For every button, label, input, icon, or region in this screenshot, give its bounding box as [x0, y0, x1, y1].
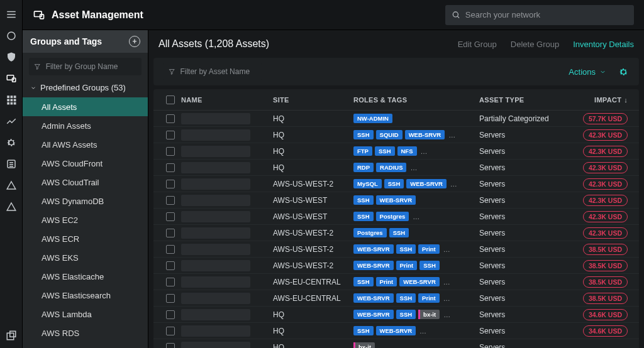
- tag[interactable]: SSH: [389, 228, 409, 237]
- tag[interactable]: SSH: [375, 146, 395, 156]
- tag[interactable]: Postgres: [376, 212, 409, 221]
- sidebar-item[interactable]: AWS EKS: [23, 248, 148, 267]
- tag[interactable]: RDP: [353, 163, 374, 172]
- table-row[interactable]: HQSSHWEB-SRVR…Servers34.6K USD: [153, 323, 639, 339]
- col-header-site[interactable]: SITE: [273, 96, 353, 104]
- tag[interactable]: Print: [376, 277, 397, 286]
- sidebar-item[interactable]: All Assets: [23, 97, 148, 116]
- sidebar-item[interactable]: AWS Elasticsearch: [23, 286, 148, 305]
- inventory-details-link[interactable]: Inventory Details: [573, 40, 634, 49]
- table-row[interactable]: HQbx-it…Servers: [153, 339, 639, 348]
- tag[interactable]: WEB-SRVR: [353, 310, 394, 319]
- table-row[interactable]: AWS-US-WEST-2WEB-SRVRPrintSSHServers38.5…: [153, 258, 639, 274]
- more-tags-icon[interactable]: …: [409, 164, 418, 171]
- col-header-name[interactable]: NAME: [181, 96, 273, 104]
- table-row[interactable]: AWS-US-WEST-2WEB-SRVRSSHPrint…Servers38.…: [153, 241, 639, 258]
- more-tags-icon[interactable]: …: [442, 278, 452, 286]
- tag[interactable]: NFS: [397, 146, 417, 156]
- menu-icon[interactable]: [5, 8, 18, 21]
- tag[interactable]: SSH: [353, 195, 374, 205]
- sidebar-item[interactable]: AWS CloudFront: [23, 154, 148, 173]
- tag[interactable]: FTP: [353, 146, 372, 156]
- more-tags-icon[interactable]: …: [442, 295, 452, 302]
- edit-group-link[interactable]: Edit Group: [458, 40, 497, 49]
- table-row[interactable]: HQRDPRADIUS…Servers42.3K USD: [153, 160, 639, 176]
- asset-filter-input[interactable]: [180, 67, 257, 76]
- table-row[interactable]: AWS-US-WESTSSHPostgres…Servers42.3K USD: [153, 209, 639, 225]
- row-checkbox[interactable]: [166, 245, 175, 254]
- group-filter[interactable]: [29, 58, 142, 75]
- asset-filter[interactable]: [164, 63, 262, 80]
- gear-icon[interactable]: [5, 136, 18, 149]
- global-search[interactable]: [445, 5, 634, 25]
- more-tags-icon[interactable]: …: [411, 213, 421, 220]
- table-row[interactable]: AWS-US-WEST-2MySQLSSHWEB-SRVR…Servers42.…: [153, 176, 639, 192]
- delete-group-link[interactable]: Delete Group: [511, 40, 559, 49]
- row-checkbox[interactable]: [166, 180, 175, 188]
- tag[interactable]: RADIUS: [376, 163, 406, 172]
- sidebar-item[interactable]: AWS EC2: [23, 210, 148, 229]
- grid-icon[interactable]: [5, 94, 18, 106]
- table-row[interactable]: HQWEB-SRVRSSHbx-it…Servers34.6K USD: [153, 307, 639, 323]
- table-row[interactable]: AWS-US-WEST-2PostgresSSHServers42.3K USD: [153, 225, 639, 241]
- tag[interactable]: SSH: [396, 244, 416, 254]
- more-tags-icon[interactable]: …: [442, 311, 452, 318]
- more-tags-icon[interactable]: …: [419, 148, 429, 155]
- col-header-impact[interactable]: IMPACT ↓: [561, 96, 633, 104]
- sidebar-item[interactable]: AWS ECR: [23, 229, 148, 248]
- tag[interactable]: SSH: [396, 293, 416, 303]
- row-checkbox[interactable]: [166, 343, 175, 349]
- row-checkbox[interactable]: [166, 147, 175, 156]
- select-all-checkbox[interactable]: [166, 95, 175, 104]
- tag[interactable]: WEB-SRVR: [353, 244, 394, 254]
- tag[interactable]: SSH: [396, 310, 416, 319]
- tag[interactable]: SSH: [419, 261, 440, 270]
- row-checkbox[interactable]: [166, 327, 175, 335]
- tag[interactable]: Print: [396, 261, 418, 270]
- row-checkbox[interactable]: [166, 114, 175, 123]
- list-icon[interactable]: [5, 158, 18, 170]
- table-row[interactable]: AWS-EU-CENTRALSSHPrintWEB-SRVR…Servers38…: [153, 274, 639, 290]
- sidebar-item[interactable]: AWS CloudTrail: [23, 173, 148, 192]
- row-checkbox[interactable]: [166, 131, 175, 139]
- tag[interactable]: SSH: [353, 326, 374, 335]
- sidebar-item[interactable]: All AWS Assets: [23, 135, 148, 154]
- tag[interactable]: NW-ADMIN: [353, 114, 392, 123]
- tag[interactable]: WEB-SRVR: [405, 130, 445, 139]
- sidebar-item[interactable]: AWS Lambda: [23, 305, 148, 324]
- more-tags-icon[interactable]: …: [377, 344, 387, 349]
- analytics-icon[interactable]: [5, 115, 18, 128]
- tag[interactable]: Print: [418, 293, 440, 303]
- table-row[interactable]: HQFTPSSHNFS…Servers42.3K USD: [153, 143, 639, 160]
- more-tags-icon[interactable]: …: [418, 327, 428, 335]
- row-checkbox[interactable]: [166, 212, 175, 221]
- triangle-icon-2[interactable]: [5, 200, 18, 213]
- row-checkbox[interactable]: [166, 278, 175, 286]
- row-checkbox[interactable]: [166, 261, 175, 270]
- global-search-input[interactable]: [465, 10, 628, 19]
- tag[interactable]: bx-it: [418, 310, 440, 319]
- tag[interactable]: SQUID: [376, 130, 402, 139]
- more-tags-icon[interactable]: …: [447, 131, 457, 139]
- shield-icon[interactable]: [5, 51, 18, 63]
- table-row[interactable]: AWS-EU-CENTRALWEB-SRVRSSHPrint…Servers38…: [153, 290, 639, 307]
- tag[interactable]: SSH: [353, 212, 374, 221]
- sidebar-item[interactable]: AWS RDS: [23, 324, 148, 342]
- add-group-button[interactable]: +: [129, 36, 140, 47]
- tag[interactable]: WEB-SRVR: [353, 293, 394, 303]
- tag[interactable]: MySQL: [353, 179, 382, 188]
- tag[interactable]: SSH: [353, 130, 374, 139]
- row-checkbox[interactable]: [166, 163, 175, 172]
- tag[interactable]: Postgres: [353, 228, 387, 237]
- col-header-type[interactable]: ASSET TYPE: [479, 96, 561, 104]
- more-tags-icon[interactable]: …: [442, 246, 452, 253]
- table-row[interactable]: HQSSHSQUIDWEB-SRVR…Servers42.3K USD: [153, 127, 639, 143]
- group-filter-input[interactable]: [46, 62, 136, 71]
- row-checkbox[interactable]: [166, 294, 175, 303]
- sidebar-item[interactable]: AWS Elasticache: [23, 267, 148, 286]
- tag[interactable]: SSH: [384, 179, 404, 188]
- tag[interactable]: WEB-SRVR: [376, 326, 416, 335]
- row-checkbox[interactable]: [166, 196, 175, 205]
- sidebar-item[interactable]: AWS DynamoDB: [23, 192, 148, 210]
- tag[interactable]: WEB-SRVR: [376, 195, 416, 205]
